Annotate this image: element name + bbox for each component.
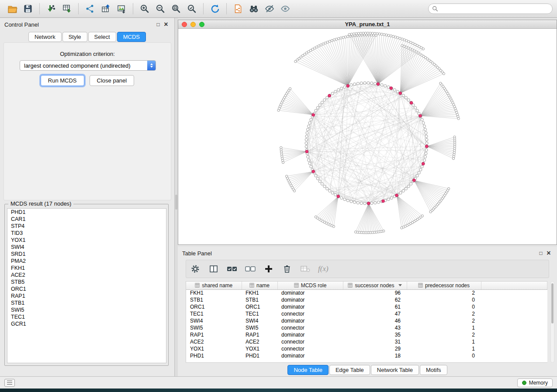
table-scrollbar[interactable] [550, 281, 554, 363]
export-image-icon[interactable] [114, 1, 129, 16]
mcds-list-item[interactable]: PHD1 [7, 209, 166, 216]
refresh-icon[interactable] [207, 1, 223, 16]
search-icon [432, 6, 438, 12]
table-row[interactable]: ACE2ACE2connector311 [186, 338, 547, 345]
memory-status-icon [522, 381, 526, 385]
import-table-icon[interactable] [59, 1, 75, 16]
mcds-list-item[interactable]: SRD1 [7, 251, 166, 258]
tab-network[interactable]: Network [28, 32, 62, 42]
function-builder-icon[interactable]: f(x) [318, 263, 329, 275]
table-settings-gear-icon[interactable] [190, 263, 201, 275]
close-panel-icon[interactable]: × [162, 21, 170, 28]
sort-chevron-down-icon[interactable] [398, 284, 402, 286]
table-row[interactable]: STB1STB1dominator620 [186, 296, 547, 303]
status-menu-icon[interactable] [4, 379, 15, 387]
table-row[interactable]: FKH1FKH1dominator962 [186, 289, 547, 296]
network-canvas[interactable] [178, 29, 557, 244]
column-header-name[interactable]: name [242, 282, 277, 289]
open-folder-icon[interactable] [4, 1, 20, 16]
column-header-predecessor-nodes[interactable]: predecessor nodes [407, 282, 481, 289]
table-panel-title: Table Panel [182, 250, 212, 257]
panel-splitter[interactable] [175, 18, 178, 376]
network-view-title: YPA_prune.txt_1 [178, 21, 557, 28]
table-row[interactable]: ORC1ORC1dominator610 [186, 303, 547, 310]
zoom-fit-icon[interactable] [168, 1, 184, 16]
search-input[interactable] [441, 6, 549, 12]
control-panel-title: Control Panel [4, 21, 39, 28]
toolbar-separator [133, 3, 133, 14]
mcds-list-item[interactable]: STP4 [7, 223, 166, 230]
column-header-successor-nodes[interactable]: successor nodes [343, 282, 407, 289]
mcds-list-item[interactable]: PMA2 [7, 258, 166, 265]
tab-style[interactable]: Style [62, 32, 87, 42]
toolbar-separator [203, 3, 204, 14]
mcds-list-item[interactable]: ORC1 [7, 285, 166, 292]
close-table-panel-icon[interactable]: × [545, 249, 553, 257]
tab-motifs[interactable]: Motifs [420, 365, 447, 375]
table-row[interactable]: YOX1YOX1connector291 [186, 345, 547, 352]
search-box[interactable] [428, 3, 553, 14]
mcds-list-item[interactable]: TEC1 [7, 313, 166, 320]
status-bar: Memory [0, 376, 557, 389]
tab-edge-table[interactable]: Edge Table [329, 365, 370, 375]
mcds-list-item[interactable]: STB1 [7, 299, 166, 306]
find-icon[interactable] [246, 1, 262, 16]
save-icon[interactable] [20, 1, 36, 16]
column-header-filler [481, 282, 547, 289]
splitter-handle-icon[interactable] [175, 195, 177, 210]
create-column-icon[interactable] [263, 263, 274, 275]
export-table-icon[interactable] [98, 1, 114, 16]
tab-select[interactable]: Select [88, 32, 116, 42]
mcds-result-list[interactable]: PHD1CAR1STP4TID3YOX1SWI4SRD1PMA2FKH1ACE2… [7, 208, 166, 363]
memory-button[interactable]: Memory [517, 378, 553, 387]
mcds-list-item[interactable]: GCR1 [7, 320, 166, 327]
delete-column-icon[interactable] [281, 263, 293, 275]
column-type-icon [249, 283, 254, 288]
column-type-icon [294, 283, 299, 288]
tab-node-table[interactable]: Node Table [287, 365, 329, 375]
column-header-mcds-role[interactable]: MCDS role [277, 282, 343, 289]
mcds-list-item[interactable]: FKH1 [7, 265, 166, 272]
mcds-panel: Optimization criterion: largest connecte… [3, 42, 171, 200]
export-network-icon[interactable] [82, 1, 98, 16]
column-header-shared-name[interactable]: shared name [186, 282, 242, 289]
table-row[interactable]: PHD1PHD1dominator180 [186, 352, 547, 359]
show-column-icon[interactable] [208, 263, 219, 275]
table-row[interactable]: SWI4SWI4dominator462 [186, 317, 547, 324]
mcds-list-item[interactable]: STB5 [7, 279, 166, 285]
close-panel-button[interactable]: Close panel [90, 75, 135, 86]
hide-selected-icon[interactable] [262, 1, 277, 16]
mcds-list-item[interactable]: CAR1 [7, 216, 166, 223]
table-row[interactable]: SWI5SWI5connector431 [186, 324, 547, 331]
mcds-list-item[interactable]: RAP1 [7, 292, 166, 299]
import-network-icon[interactable] [43, 1, 59, 16]
run-mcds-button[interactable]: Run MCDS [41, 75, 84, 86]
table-row[interactable]: TEC1TEC1connector472 [186, 310, 547, 317]
network-view-titlebar[interactable]: YPA_prune.txt_1 [178, 20, 557, 29]
table-row[interactable]: RAP1RAP1dominator352 [186, 331, 547, 338]
main-toolbar [0, 0, 557, 18]
export-web-icon[interactable] [230, 1, 246, 16]
network-view-window: YPA_prune.txt_1 [178, 20, 557, 245]
zoom-in-icon[interactable] [137, 1, 152, 16]
mcds-list-item[interactable]: SWI4 [7, 244, 166, 251]
mcds-list-item[interactable]: YOX1 [7, 237, 166, 244]
mcds-list-item[interactable]: TID3 [7, 230, 166, 237]
unselect-all-columns-icon[interactable] [245, 263, 256, 275]
show-all-icon[interactable] [277, 1, 293, 16]
float-panel-icon[interactable]: □ [154, 21, 162, 28]
zoom-selected-icon[interactable] [184, 1, 200, 16]
scrollbar-thumb[interactable] [551, 283, 554, 323]
mcds-result-groupbox: MCDS result (17 nodes) PHD1CAR1STP4TID3Y… [4, 204, 169, 366]
mcds-list-item[interactable]: ACE2 [7, 272, 166, 279]
desktop-wallpaper [0, 389, 557, 392]
mcds-list-item[interactable]: SWI5 [7, 306, 166, 313]
criterion-select[interactable]: largest connected component (undirected) [20, 60, 156, 71]
select-all-columns-icon[interactable] [226, 263, 238, 275]
tab-network-table[interactable]: Network Table [371, 365, 419, 375]
zoom-out-icon[interactable] [152, 1, 168, 16]
toolbar-separator [78, 3, 79, 14]
float-table-panel-icon[interactable]: □ [537, 250, 545, 256]
tab-mcds[interactable]: MCDS [117, 32, 146, 42]
clear-table-icon[interactable] [300, 263, 311, 275]
